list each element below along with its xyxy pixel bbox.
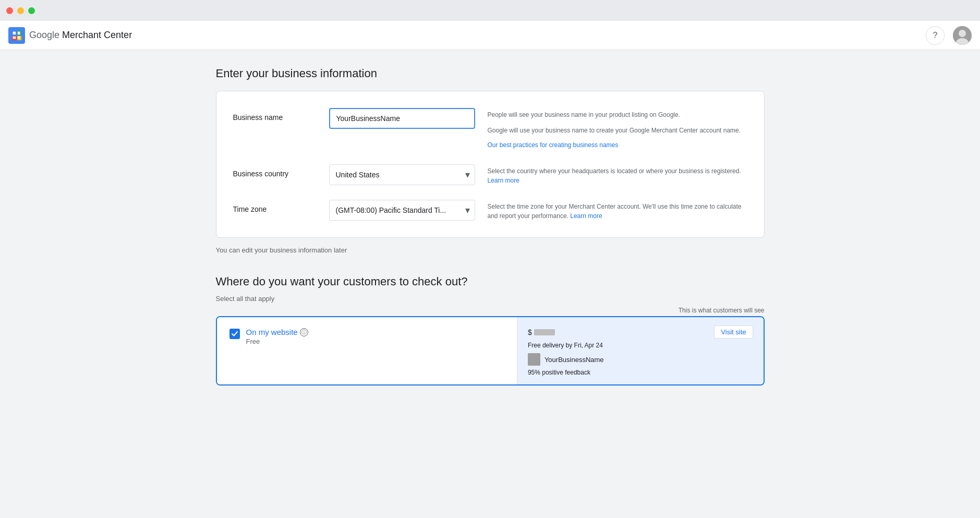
svg-rect-4: [13, 31, 16, 34]
edit-later-note: You can edit your business information l…: [216, 246, 765, 254]
on-my-website-checkbox[interactable]: [229, 329, 240, 339]
business-name-hint-text-2: Google will use your business name to cr…: [488, 126, 747, 135]
business-country-hint: Select the country where your headquarte…: [488, 164, 747, 185]
time-zone-hint-text: Select the time zone for your Merchant C…: [488, 203, 742, 220]
svg-point-9: [959, 30, 966, 37]
top-navigation: Google Merchant Center ?: [0, 21, 980, 50]
select-all-label: Select all that apply: [216, 295, 765, 303]
preview-business-name: YourBusinessName: [545, 356, 604, 364]
business-info-card: Business name People will see your busin…: [216, 91, 765, 238]
business-country-row: Business country United States United Ki…: [233, 164, 747, 185]
nav-right: ?: [926, 26, 972, 45]
business-country-select[interactable]: United States United Kingdom Canada: [329, 164, 475, 185]
help-button[interactable]: ?: [926, 26, 945, 45]
time-zone-hint-link[interactable]: Learn more: [570, 212, 602, 220]
checkout-option-panel: On my website ⓘ Free: [217, 317, 517, 384]
time-zone-select[interactable]: (GMT-08:00) Pacific Standard Ti... (GMT-…: [329, 200, 475, 221]
business-name-hint-link[interactable]: Our best practices for creating business…: [488, 141, 619, 149]
checkout-card: On my website ⓘ Free $ Visit site Free d…: [216, 316, 765, 386]
svg-rect-5: [18, 31, 20, 34]
preview-price-row: $ Visit site: [528, 326, 753, 339]
minimize-button[interactable]: [17, 7, 24, 14]
business-name-row: Business name People will see your busin…: [233, 108, 747, 150]
maximize-button[interactable]: [28, 7, 35, 14]
business-name-input[interactable]: [329, 108, 475, 129]
checkout-option-name: On my website ⓘ: [246, 328, 308, 336]
brand-logo: Google Merchant Center: [8, 27, 132, 44]
titlebar: [0, 0, 980, 21]
close-button[interactable]: [6, 7, 13, 14]
checkout-option-text: On my website ⓘ Free: [246, 328, 308, 345]
checkout-option-info-icon[interactable]: ⓘ: [300, 328, 308, 336]
business-name-input-wrap: [329, 108, 475, 129]
checkout-option-free: Free: [246, 338, 308, 345]
business-section-title: Enter your business information: [216, 67, 765, 80]
business-name-hint: People will see your business name in yo…: [488, 108, 747, 150]
checkout-option-name-text: On my website: [246, 328, 298, 336]
visit-site-button[interactable]: Visit site: [714, 326, 753, 339]
this-is-what-label: This is what customers will see: [216, 307, 765, 314]
brand-google: Google: [29, 30, 59, 40]
business-country-label: Business country: [233, 164, 317, 178]
preview-delivery: Free delivery by Fri, Apr 24: [528, 342, 753, 349]
time-zone-row: Time zone (GMT-08:00) Pacific Standard T…: [233, 200, 747, 221]
checkout-preview-panel: $ Visit site Free delivery by Fri, Apr 2…: [517, 317, 764, 384]
business-country-select-wrap: United States United Kingdom Canada ▾: [329, 164, 475, 185]
price-bar-placeholder: [534, 329, 555, 335]
preview-business-row: YourBusinessName: [528, 353, 753, 366]
business-name-hint-text-1: People will see your business name in yo…: [488, 110, 747, 119]
brand-subtitle: Merchant Center: [62, 30, 132, 40]
brand-icon: [8, 27, 25, 44]
preview-price: $: [528, 328, 555, 336]
help-icon: ?: [933, 31, 938, 40]
dollar-sign: $: [528, 328, 532, 336]
business-name-label: Business name: [233, 108, 317, 122]
svg-rect-6: [13, 36, 16, 39]
time-zone-select-wrap: (GMT-08:00) Pacific Standard Ti... (GMT-…: [329, 200, 475, 221]
avatar[interactable]: [953, 26, 972, 45]
business-country-hint-text: Select the country where your headquarte…: [488, 167, 741, 175]
time-zone-hint: Select the time zone for your Merchant C…: [488, 200, 747, 221]
time-zone-label: Time zone: [233, 200, 317, 213]
brand-name: Google Merchant Center: [29, 30, 132, 41]
checkout-section-title: Where do you want your customers to chec…: [216, 275, 765, 288]
preview-feedback: 95% positive feedback: [528, 369, 753, 376]
business-thumbnail: [528, 353, 540, 366]
business-country-hint-link[interactable]: Learn more: [488, 177, 519, 184]
svg-rect-7: [18, 36, 20, 39]
main-content: Enter your business information Business…: [203, 50, 777, 406]
